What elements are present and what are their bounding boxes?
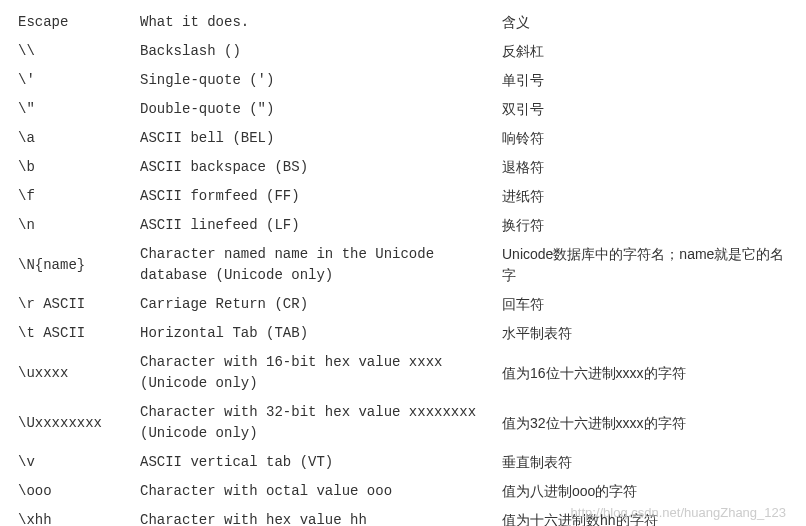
cell-desc: Character with octal value ooo	[134, 477, 496, 506]
table-row: \uxxxx Character with 16-bit hex value x…	[12, 348, 794, 398]
cell-desc: Single-quote (')	[134, 66, 496, 95]
escape-table: Escape What it does. 含义 \\ Backslash () …	[12, 8, 794, 526]
header-escape: Escape	[12, 8, 134, 37]
cell-desc: Character with hex value hh	[134, 506, 496, 526]
cell-desc: Character with 32-bit hex value xxxxxxxx…	[134, 398, 496, 448]
table-row: \v ASCII vertical tab (VT) 垂直制表符	[12, 448, 794, 477]
cell-cn: 响铃符	[496, 124, 794, 153]
cell-escape: \"	[12, 95, 134, 124]
cell-desc: Character named name in the Unicode data…	[134, 240, 496, 290]
cell-desc: ASCII vertical tab (VT)	[134, 448, 496, 477]
cell-cn: 值为32位十六进制xxxx的字符	[496, 398, 794, 448]
table-row: \t ASCII Horizontal Tab (TAB) 水平制表符	[12, 319, 794, 348]
cell-escape: \r ASCII	[12, 290, 134, 319]
cell-escape: \n	[12, 211, 134, 240]
cell-escape: \v	[12, 448, 134, 477]
cell-desc: Backslash ()	[134, 37, 496, 66]
table-row: \b ASCII backspace (BS) 退格符	[12, 153, 794, 182]
cell-cn: 回车符	[496, 290, 794, 319]
table-row: \\ Backslash () 反斜杠	[12, 37, 794, 66]
cell-cn: 值为八进制ooo的字符	[496, 477, 794, 506]
table-row: \Uxxxxxxxx Character with 32-bit hex val…	[12, 398, 794, 448]
cell-desc: Character with 16-bit hex value xxxx (Un…	[134, 348, 496, 398]
cell-desc: ASCII linefeed (LF)	[134, 211, 496, 240]
cell-desc: Double-quote (")	[134, 95, 496, 124]
cell-escape: \uxxxx	[12, 348, 134, 398]
cell-cn: 换行符	[496, 211, 794, 240]
cell-cn: 单引号	[496, 66, 794, 95]
cell-desc: ASCII formfeed (FF)	[134, 182, 496, 211]
table-row: \xhh Character with hex value hh 值为十六进制数…	[12, 506, 794, 526]
cell-escape: \a	[12, 124, 134, 153]
table-header-row: Escape What it does. 含义	[12, 8, 794, 37]
header-desc: What it does.	[134, 8, 496, 37]
table-row: \N{name} Character named name in the Uni…	[12, 240, 794, 290]
cell-escape: \ooo	[12, 477, 134, 506]
cell-desc: Horizontal Tab (TAB)	[134, 319, 496, 348]
table-row: \a ASCII bell (BEL) 响铃符	[12, 124, 794, 153]
cell-escape: \xhh	[12, 506, 134, 526]
cell-escape: \f	[12, 182, 134, 211]
cell-desc: ASCII bell (BEL)	[134, 124, 496, 153]
cell-cn: 退格符	[496, 153, 794, 182]
cell-cn: 双引号	[496, 95, 794, 124]
cell-escape: \Uxxxxxxxx	[12, 398, 134, 448]
table-row: \' Single-quote (') 单引号	[12, 66, 794, 95]
table-row: \" Double-quote (") 双引号	[12, 95, 794, 124]
cell-cn: 值为16位十六进制xxxx的字符	[496, 348, 794, 398]
cell-desc: ASCII backspace (BS)	[134, 153, 496, 182]
header-cn: 含义	[496, 8, 794, 37]
cell-escape: \'	[12, 66, 134, 95]
table-row: \n ASCII linefeed (LF) 换行符	[12, 211, 794, 240]
cell-cn: 水平制表符	[496, 319, 794, 348]
cell-cn: 反斜杠	[496, 37, 794, 66]
table-row: \ooo Character with octal value ooo 值为八进…	[12, 477, 794, 506]
cell-escape: \N{name}	[12, 240, 134, 290]
cell-cn: Unicode数据库中的字符名；name就是它的名字	[496, 240, 794, 290]
cell-cn: 垂直制表符	[496, 448, 794, 477]
cell-cn: 值为十六进制数hh的字符	[496, 506, 794, 526]
cell-escape: \b	[12, 153, 134, 182]
cell-escape: \\	[12, 37, 134, 66]
cell-desc: Carriage Return (CR)	[134, 290, 496, 319]
table-row: \r ASCII Carriage Return (CR) 回车符	[12, 290, 794, 319]
table-row: \f ASCII formfeed (FF) 进纸符	[12, 182, 794, 211]
cell-cn: 进纸符	[496, 182, 794, 211]
cell-escape: \t ASCII	[12, 319, 134, 348]
